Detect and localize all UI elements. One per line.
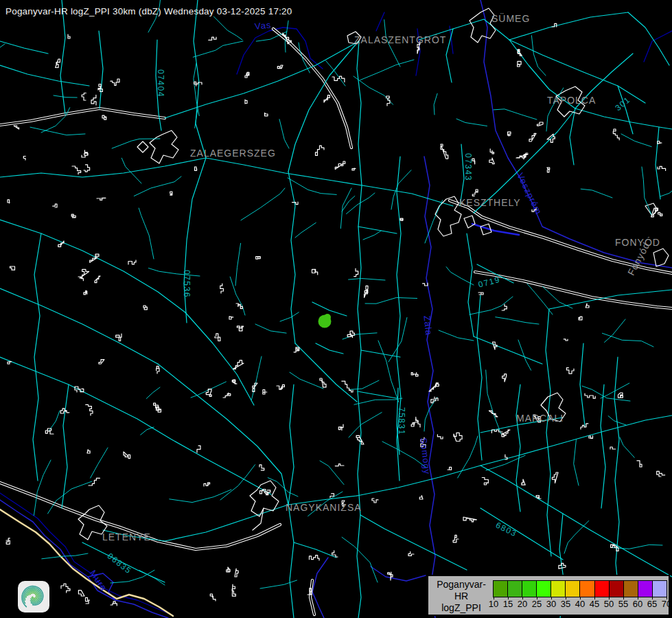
legend-unit: dbZ — [431, 614, 491, 618]
city-label: NAGYKANIZSA — [286, 502, 362, 513]
legend-tick-value: 25 — [529, 599, 544, 609]
road-number-label: 75831 — [397, 407, 406, 435]
city-label: ZALASZENTGRÓT — [354, 34, 446, 45]
legend-tick-value: 60 — [630, 599, 645, 609]
legend-tick-value: 50 — [601, 599, 616, 609]
legend-color-cell — [638, 581, 653, 597]
legend-text: Poganyvar-HR logZ_PPI dbZ — [431, 579, 491, 618]
road-number-label: 07343 — [463, 153, 473, 181]
legend-color-cell — [624, 581, 638, 597]
legend-tick-value: 45 — [587, 599, 602, 609]
legend-panel: Poganyvar-HR logZ_PPI dbZ 10152025303540… — [427, 575, 670, 616]
village-outlines — [6, 23, 666, 606]
legend-color-cell — [610, 581, 624, 597]
legend-color-cell — [595, 581, 610, 597]
legend-tick-value: 10 — [486, 599, 501, 609]
legend-tick-value: 20 — [515, 599, 530, 609]
white-major-roads — [0, 29, 672, 615]
road-number-label: 07536 — [182, 270, 192, 298]
legend-color-scale — [493, 580, 667, 597]
legend-tick-value: 40 — [572, 599, 588, 609]
legend-color-cell — [494, 581, 508, 597]
legend-color-cell — [537, 581, 551, 597]
legend-color-cell — [508, 581, 522, 597]
legend-color-cell — [566, 581, 580, 597]
city-label: SÜMEG — [491, 13, 530, 24]
city-label: KESZTHELY — [459, 197, 521, 208]
county-label: Zala — [422, 315, 435, 336]
city-label: MARCALI — [516, 413, 564, 424]
legend-color-cell — [580, 581, 594, 597]
road-network — [0, 0, 672, 618]
county-label: Vas — [254, 19, 272, 31]
swirl-icon — [18, 581, 49, 613]
radar-map-canvas — [0, 0, 672, 618]
weather-swirl-logo — [18, 581, 49, 613]
radar-title: Poganyvar-HR logZ_PPI 30km (dbZ) Wednesd… — [5, 6, 292, 16]
radar-map-stage: Poganyvar-HR logZ_PPI 30km (dbZ) Wednesd… — [0, 0, 672, 618]
legend-tick-value: 15 — [500, 599, 515, 609]
legend-product-name: Poganyvar-HR — [431, 579, 491, 602]
legend-tick-value: 55 — [616, 599, 631, 609]
legend-color-cell — [653, 581, 667, 597]
legend-tick-value: 70 — [659, 599, 672, 609]
legend-tick-value: 35 — [558, 599, 573, 609]
city-label: FONYÓD — [615, 237, 660, 248]
road-number-label: 07404 — [156, 69, 165, 98]
city-label: LETENYE — [102, 531, 151, 542]
legend-tick-value: 65 — [645, 599, 660, 609]
legend-product-type: logZ_PPI — [431, 602, 491, 614]
city-label: ZALAEGERSZEG — [190, 148, 276, 159]
town-outlines — [78, 8, 669, 540]
legend-color-cell — [551, 581, 566, 597]
radar-echo — [318, 314, 332, 328]
legend-color-cell — [522, 581, 537, 597]
legend-tick-value: 30 — [544, 599, 559, 609]
city-label: TAPOLCA — [547, 95, 596, 106]
